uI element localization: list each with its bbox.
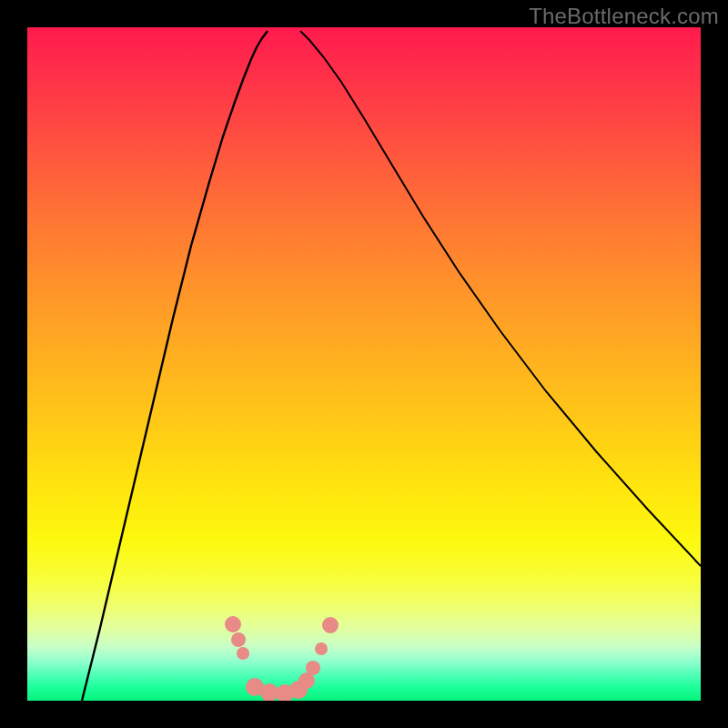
chart-frame: TheBottleneck.com	[0, 0, 728, 728]
marker-dot	[322, 617, 339, 633]
bottom-marker-group	[225, 616, 339, 701]
marker-dot	[315, 642, 328, 655]
marker-dot	[237, 647, 249, 660]
marker-dot	[306, 661, 320, 675]
curve-layer	[27, 27, 701, 701]
watermark-text: TheBottleneck.com	[529, 4, 719, 29]
marker-dot	[225, 616, 241, 632]
marker-dot	[231, 632, 246, 647]
plot-area	[27, 27, 701, 701]
right-curve	[300, 31, 701, 566]
left-curve	[82, 31, 268, 701]
